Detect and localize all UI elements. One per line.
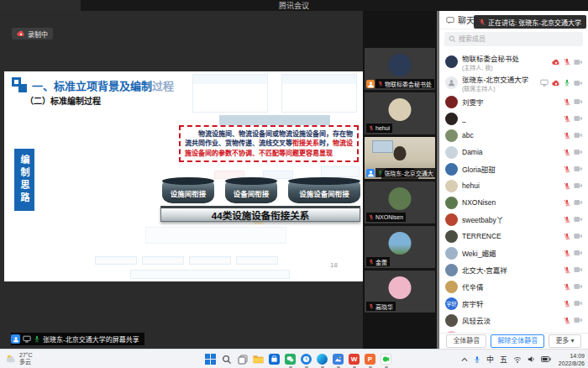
mic-muted-icon — [564, 300, 570, 308]
avatar — [445, 197, 458, 209]
avatar — [445, 180, 458, 192]
camera-off-icon — [574, 300, 582, 307]
member-name: 刘雯宇 — [462, 97, 484, 107]
member-status-icons — [564, 199, 582, 207]
search-input[interactable] — [459, 35, 579, 43]
member-name: TERRENCE — [462, 232, 501, 240]
wifi-icon[interactable] — [513, 356, 522, 363]
taskbar-clock[interactable]: 14:09 2022/8/26 — [559, 353, 585, 368]
window-titlebar: 腾讯会议 — [0, 0, 588, 11]
member-name: 风轻云淡 — [462, 315, 491, 325]
member-row[interactable]: 刘雯宇 — [445, 93, 582, 110]
member-row[interactable]: Weki_媚媚 — [445, 244, 582, 261]
ime-mode-indicator[interactable]: 五 — [500, 354, 507, 365]
member-row[interactable]: 风轻云淡 — [445, 312, 582, 329]
member-row[interactable]: 物联标委会秘书处(主持人, 我) — [445, 51, 582, 72]
chevron-up-icon[interactable] — [461, 357, 468, 362]
member-row[interactable]: abc — [445, 127, 582, 144]
clock-app-icon[interactable] — [300, 353, 312, 365]
video-tile[interactable]: 物联标委会秘书处 — [365, 48, 435, 90]
member-row[interactable]: sweetbaby丫 — [445, 211, 582, 228]
ime-language-indicator[interactable]: 中 — [486, 354, 494, 365]
system-tray: 中 五 — [461, 350, 551, 368]
member-row[interactable]: 代辛倩 — [445, 278, 582, 295]
mic-icon — [564, 79, 570, 87]
member-name: Damia — [462, 148, 483, 156]
member-row[interactable]: NXONisen — [445, 194, 582, 211]
mic-muted-icon — [564, 58, 570, 66]
member-search[interactable] — [444, 32, 583, 46]
mic-muted-icon — [369, 259, 374, 265]
video-tile[interactable]: hehui — [365, 92, 435, 134]
edge-icon[interactable] — [316, 353, 328, 365]
titlebar-tab[interactable] — [0, 0, 81, 11]
cloud-record-icon — [552, 59, 560, 66]
avatar — [389, 54, 412, 76]
member-status-icons — [564, 250, 582, 257]
camera-off-icon — [574, 266, 582, 273]
main-area: 录制中 — [0, 11, 588, 349]
wps-writer-icon[interactable]: W — [348, 353, 360, 365]
volume-icon[interactable] — [528, 355, 535, 363]
video-tile[interactable]: 张晓东-北京交通大学 — [365, 137, 435, 179]
mic-muted-icon — [564, 149, 570, 156]
member-row[interactable]: TERRENCE — [445, 228, 582, 244]
more-button[interactable]: 更多 ▾ — [549, 334, 580, 348]
member-row[interactable]: 张晓东-北京交通大学(联席主持人) — [445, 72, 582, 93]
avatar — [445, 55, 458, 68]
mic-muted-icon — [369, 303, 374, 309]
member-row[interactable]: hehui — [445, 177, 582, 194]
camera-off-icon — [574, 59, 582, 66]
cloud-record-icon — [552, 80, 560, 87]
battery-icon[interactable] — [541, 356, 551, 362]
avatar: 宇轩 — [445, 297, 458, 310]
camera-off-icon — [574, 283, 582, 290]
member-status-icons — [564, 98, 582, 106]
slide-page-number: 18 — [330, 261, 338, 269]
screen-share-banner[interactable]: 张晓东-北京交通大学的屏幕共享 — [11, 333, 144, 345]
member-name: 物联标委会秘书处 — [462, 53, 519, 63]
video-tile[interactable]: 高晓华 — [365, 271, 435, 313]
screen-share-stage: 录制中 — [0, 11, 363, 349]
wps-presentation-icon[interactable]: P — [364, 353, 376, 365]
member-row[interactable]: _ — [445, 110, 582, 127]
sharer-person-icon — [11, 334, 20, 344]
avatar — [389, 276, 412, 299]
video-tile[interactable]: 金蕾 — [365, 226, 435, 268]
member-row[interactable]: Damia — [445, 144, 582, 160]
member-status-icons — [564, 149, 582, 156]
member-row[interactable]: Gloria甜甜 — [445, 160, 582, 177]
video-tile[interactable]: NXONisen — [365, 181, 435, 223]
wechat-icon[interactable] — [284, 353, 297, 365]
tencent-meeting-icon[interactable] — [380, 353, 392, 365]
chat-panel: 聊天 正在讲话: 张晓东-北京交通大学 物联标委会秘书处(主持人, 我) 张晓东… — [439, 11, 588, 349]
tray-mic-icon[interactable] — [474, 355, 480, 364]
store-icon[interactable] — [268, 353, 281, 365]
avatar — [445, 146, 458, 159]
file-explorer-icon[interactable] — [252, 353, 265, 365]
photos-app-icon[interactable] — [332, 353, 344, 365]
sharer-mic-icon — [34, 335, 40, 343]
chat-footer: 全体静音 解除全体静音 更多 ▾ — [439, 333, 588, 349]
member-status-icons — [564, 132, 582, 139]
member-status-icons — [564, 182, 582, 190]
recording-indicator[interactable]: 录制中 — [12, 28, 53, 39]
member-name: hehui — [462, 181, 480, 190]
member-row[interactable]: 宇轩 房宇轩 — [445, 295, 582, 312]
camera-off-icon — [574, 98, 582, 105]
task-view-icon[interactable] — [236, 353, 249, 365]
member-name: Gloria甜甜 — [462, 164, 496, 174]
mute-all-button[interactable]: 全体静音 — [446, 334, 486, 348]
unmute-all-button[interactable]: 解除全体静音 — [491, 334, 544, 348]
cylinder-row: 设施间衔接设备间衔接设施设备间衔接 — [162, 181, 360, 203]
member-status-icons — [564, 266, 582, 274]
avatar — [445, 264, 458, 276]
member-row[interactable]: 北交大-宫嘉祥 — [445, 261, 582, 278]
search-icon[interactable] — [220, 353, 233, 365]
avatar — [445, 129, 458, 142]
member-name: sweetbaby丫 — [462, 214, 503, 224]
member-status-icons — [540, 79, 582, 87]
member-list: 物联标委会秘书处(主持人, 我) 张晓东-北京交通大学(联席主持人) 刘雯宇 _… — [439, 50, 588, 333]
start-icon[interactable] — [204, 353, 217, 365]
taskbar-weather[interactable]: 27°C多云 — [5, 352, 33, 365]
